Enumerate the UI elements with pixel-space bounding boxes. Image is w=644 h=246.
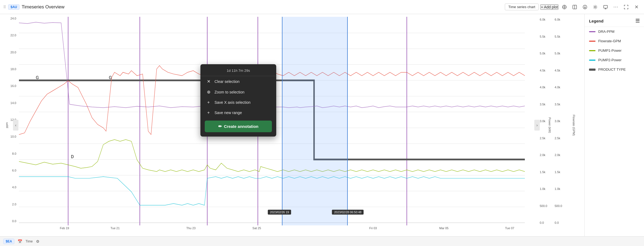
y-tick: 0.0: [1, 219, 18, 223]
pencil-icon: ✏: [218, 124, 222, 129]
crosshair-icon: [562, 5, 567, 9]
main-content: ‹ › 24.0 22.0 20.0 18.0 16.0 14.0 12.0 1…: [0, 14, 644, 236]
y-tick-r1: 1.5k: [540, 170, 555, 174]
y-tick-r1: 5.0k: [540, 52, 555, 55]
y-tick-r2: 5.5k: [555, 35, 571, 38]
y-tick-r2: 6.0k: [555, 18, 571, 21]
header-tag[interactable]: $AU: [8, 4, 19, 10]
y-tick: 18.0: [1, 67, 18, 71]
selection-region: [282, 17, 348, 225]
legend-item-pump1-power[interactable]: PUMP1-Power: [585, 46, 644, 55]
svg-point-7: [594, 6, 596, 8]
y-tick: 20.0: [1, 51, 18, 54]
y-tick-r2: 3.5k: [555, 103, 571, 106]
create-annotation-button[interactable]: ✏ Create annotation: [205, 121, 272, 132]
download-icon: [583, 5, 587, 9]
legend-item-pump2-power[interactable]: PUMP2-Power: [585, 55, 644, 65]
monitor-icon-btn[interactable]: [601, 3, 610, 11]
y-tick-r2: 1.5k: [555, 170, 571, 174]
y-tick-r1: 500.0: [540, 204, 555, 208]
legend-label-pump2-power: PUMP2-Power: [598, 58, 622, 62]
svg-rect-8: [604, 5, 607, 8]
save-axis-icon: +: [206, 100, 211, 105]
y-tick-r1: 5.5k: [540, 35, 555, 38]
y-tick-r1: 3.5k: [540, 103, 555, 106]
y-tick-r2: 0.0: [555, 221, 571, 224]
y-tick: 8.0: [1, 152, 18, 155]
y-axis-right-2: 6.0k 5.5k 5.0k 4.5k 4.0k 3.5k 3.0k 2.5k …: [555, 17, 571, 225]
nav-arrow-right[interactable]: ›: [534, 120, 540, 131]
x-tick-sat25: Sat 25: [252, 226, 261, 230]
bottom-settings-icon[interactable]: ⚙: [36, 239, 40, 244]
clear-selection-label: Clear selection: [214, 79, 240, 84]
y-tick-r1: 2.5k: [540, 137, 555, 140]
y-tick-r2: 5.0k: [555, 52, 571, 55]
bottom-tag[interactable]: $EA: [3, 239, 14, 244]
clear-selection-item[interactable]: ✕ Clear selection: [200, 76, 276, 87]
y-tick-r1: 3.0k: [540, 119, 555, 123]
drag-handle[interactable]: ⠿: [3, 5, 6, 9]
legend-label-flowrate-gpm: Flowrate-GPM: [598, 39, 621, 43]
clear-selection-icon: ✕: [206, 79, 211, 84]
y-tick-r1: 1.0k: [540, 187, 555, 190]
y-tick-r2: 4.0k: [555, 86, 571, 89]
header-actions: Time series chart + Add plot ··· ✕: [505, 3, 641, 11]
y-tick-r2: 4.5k: [555, 69, 571, 72]
save-new-range-item[interactable]: + Save new range: [200, 108, 276, 118]
y-axis-title-power: Power (kW): [548, 117, 551, 133]
legend-color-flowrate-gpm: [589, 41, 596, 42]
y-tick-r1: 4.0k: [540, 86, 555, 89]
create-annotation-label: Create annotation: [224, 124, 259, 129]
header: ⠿ $AU Timeseries Overview Time series ch…: [0, 0, 644, 14]
save-axis-selection-item[interactable]: + Save X axis selection: [200, 97, 276, 108]
legend-item-dra-ppm[interactable]: DRA-PPM: [585, 27, 644, 36]
crosshair-icon-btn[interactable]: [560, 3, 569, 11]
y-tick: 14.0: [1, 101, 18, 105]
selection-start-tooltip: 2023/02/26 19: [268, 210, 291, 215]
save-new-range-label: Save new range: [214, 111, 242, 115]
settings-icon-btn[interactable]: [591, 3, 600, 11]
panel-icon: [572, 5, 577, 9]
legend-label-pump1-power: PUMP1-Power: [598, 48, 622, 53]
legend-header: Legend ☰: [585, 14, 644, 27]
selection-end-tooltip: 2023/02/28 06:50:48: [332, 210, 364, 215]
calendar-icon: 📅: [18, 239, 22, 244]
y-tick: 6.0: [1, 169, 18, 172]
legend-color-dra-ppm: [589, 31, 596, 32]
context-menu-duration: 1d 11h 7m 29s: [200, 67, 276, 76]
fullscreen-icon-btn[interactable]: [622, 3, 630, 11]
chart-type-button[interactable]: Time series chart: [505, 4, 539, 10]
y-tick-r1: 6.0k: [540, 18, 555, 21]
legend-item-product-type[interactable]: PRODUCT TYPE: [585, 65, 644, 74]
svg-text:D: D: [71, 154, 74, 159]
y-tick: 24.0: [1, 17, 18, 20]
y-axis-right-1: 6.0k 5.5k 5.0k 4.5k 4.0k 3.5k 3.0k 2.5k …: [540, 17, 555, 225]
legend-panel: Legend ☰ DRA-PPM Flowrate-GPM PUMP1-Powe…: [584, 14, 644, 236]
bottom-bar: $EA 📅 Time ⚙: [0, 236, 644, 246]
y-tick: 22.0: [1, 34, 18, 37]
panel-icon-btn[interactable]: [570, 3, 579, 11]
legend-color-pump1-power: [589, 50, 596, 51]
y-tick-r2: 3.0k: [555, 119, 571, 123]
download-icon-btn[interactable]: [581, 3, 589, 11]
x-tick-mar05: Mar 05: [439, 226, 448, 230]
legend-label-dra-ppm: DRA-PPM: [598, 30, 614, 34]
y-tick-r2: 1.0k: [555, 187, 571, 190]
nav-arrow-left[interactable]: ‹: [13, 120, 18, 131]
add-plot-button[interactable]: + Add plot: [540, 4, 558, 10]
legend-menu-icon[interactable]: ☰: [635, 18, 640, 24]
y-axis-title-flowrate: Flowrate (GPM): [572, 115, 575, 136]
legend-color-pump2-power: [589, 60, 596, 61]
y-tick: 16.0: [1, 84, 18, 88]
more-icon-btn[interactable]: ···: [612, 3, 620, 11]
chart-area[interactable]: ‹ › 24.0 22.0 20.0 18.0 16.0 14.0 12.0 1…: [0, 14, 584, 236]
x-axis: Feb 19 Tue 21 Thu 23 Sat 25 Fri 03 Mar 0…: [19, 225, 525, 236]
header-title: Timeseries Overview: [22, 4, 503, 10]
legend-title: Legend: [589, 19, 603, 23]
zoom-to-selection-label: Zoom to selection: [214, 90, 245, 94]
close-button[interactable]: ✕: [632, 3, 641, 11]
x-tick-thu23: Thu 23: [186, 226, 196, 230]
legend-item-flowrate-gpm[interactable]: Flowrate-GPM: [585, 36, 644, 46]
zoom-to-selection-item[interactable]: ⊕ Zoom to selection: [200, 87, 276, 97]
y-axis-title-left: ppm: [5, 122, 8, 128]
